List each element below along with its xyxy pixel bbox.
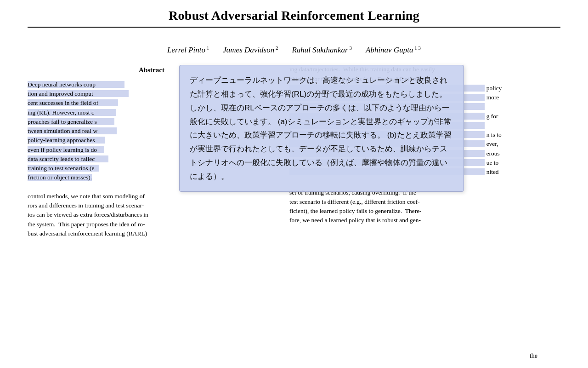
translation-text: ディープニューラルネットワークは、高速なシミュレーションと改良された計算と相まっ… — [190, 76, 452, 180]
author-1-sup: 1 — [205, 45, 209, 51]
bottom-right-the: the — [530, 352, 537, 360]
authors-section: Lerrel Pinto 1 James Davidson 2 Rahul Su… — [28, 32, 560, 65]
author-4-sup: 1 3 — [413, 45, 421, 51]
highlighted-abstract: Deep neural networks coupled with fas ti… — [28, 81, 129, 181]
right-col-bottom: set of training scenarios, causing overf… — [289, 188, 560, 225]
paper-title: Robust Adversarial Reinforcement Learnin… — [28, 8, 560, 23]
title-divider — [28, 27, 560, 28]
page-container: Robust Adversarial Reinforcement Learnin… — [0, 0, 588, 368]
title-section: Robust Adversarial Reinforcement Learnin… — [28, 0, 560, 32]
author-1: Lerrel Pinto — [167, 46, 205, 54]
author-2-sup: 2 — [274, 45, 278, 51]
translation-overlay: ディープニューラルネットワークは、高速なシミュレーションと改良された計算と相まっ… — [179, 65, 464, 192]
author-4: Abhinav Gupta — [366, 46, 413, 54]
author-2: James Davidson — [223, 46, 274, 54]
author-3-sup: 3 — [348, 45, 352, 51]
content-columns: Abstract Deep neural networks coupled wi… — [28, 65, 560, 238]
author-3: Rahul Sukthankar — [292, 46, 348, 54]
bottom-left-para: control methods, we note that som modeli… — [28, 192, 276, 238]
